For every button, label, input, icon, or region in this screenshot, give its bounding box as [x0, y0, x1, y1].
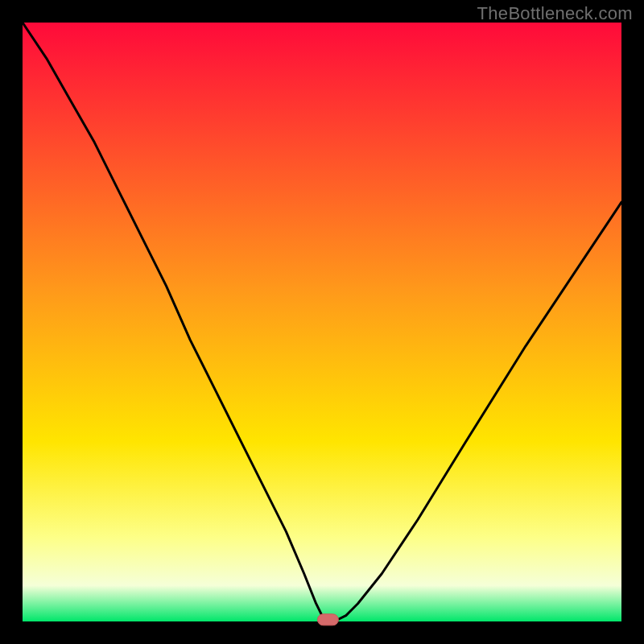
plot-background — [23, 23, 621, 621]
chart-frame: TheBottleneck.com — [0, 0, 644, 644]
watermark-text: TheBottleneck.com — [477, 3, 633, 24]
bottleneck-chart — [0, 0, 644, 644]
optimal-marker — [317, 614, 338, 625]
